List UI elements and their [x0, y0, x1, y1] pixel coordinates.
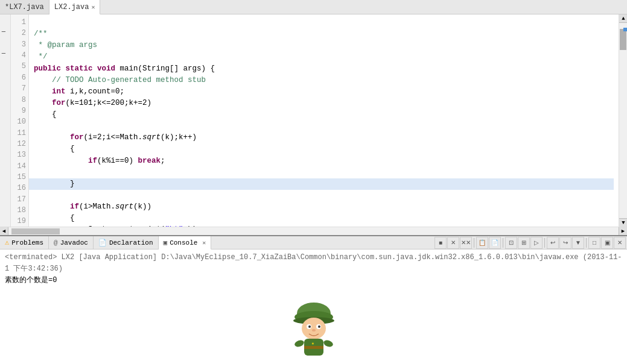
problems-label: Problems	[11, 239, 43, 246]
javadoc-label: Javadoc	[60, 239, 88, 246]
toolbar-sep-2	[503, 238, 503, 248]
remove-all-btn[interactable]: ✕✕	[460, 237, 472, 249]
scroll-marker	[623, 28, 627, 31]
left-gutter: − −	[0, 14, 11, 227]
scroll-up-btn[interactable]: ▲	[619, 14, 627, 23]
svg-text:★: ★	[311, 340, 314, 346]
scroll-down-btn[interactable]: ▼	[619, 218, 627, 227]
paste-btn[interactable]: 📄	[489, 237, 501, 249]
console-output-line: 素数的个数是=0	[5, 275, 622, 286]
maximize-btn[interactable]: □	[588, 237, 600, 249]
dropdown-btn[interactable]: ▼	[572, 237, 584, 249]
svg-point-8	[312, 329, 316, 331]
console-close-icon[interactable]: ✕	[202, 239, 206, 246]
tab-lx2-label: LX2.java	[54, 3, 89, 11]
code-editor[interactable]: /** * @param args */ public static void …	[29, 14, 619, 227]
restore-btn[interactable]: ▣	[601, 237, 613, 249]
bottom-tab-bar: ⚠ Problems @ Javadoc 📄 Declaration ▣ Con…	[0, 236, 627, 249]
toolbar-sep-4	[586, 238, 587, 248]
tab-lx2[interactable]: LX2.java ✕	[49, 0, 101, 14]
console-area[interactable]: <terminated> LX2 [Java Application] D:\J…	[0, 249, 627, 364]
scroll-right-btn[interactable]: ▶	[619, 227, 627, 236]
bottom-tab-console[interactable]: ▣ Console ✕	[159, 236, 212, 249]
tab-lx7[interactable]: *LX7.java	[0, 0, 49, 14]
editor-container: *LX7.java LX2.java ✕ − − 1 2 3 4 5 6 7	[0, 0, 627, 235]
stop-btn[interactable]: ■	[434, 237, 447, 249]
bottom-panel: ⚠ Problems @ Javadoc 📄 Declaration ▣ Con…	[0, 235, 627, 364]
tab-bar: *LX7.java LX2.java ✕	[0, 0, 627, 14]
problems-icon: ⚠	[5, 238, 9, 247]
copy-btn[interactable]: 📋	[476, 237, 488, 249]
declaration-icon: 📄	[98, 239, 107, 246]
h-scrollbar-thumb[interactable]	[11, 228, 60, 234]
javadoc-icon: @	[54, 239, 58, 246]
close-panel-btn[interactable]: ✕	[614, 237, 626, 249]
remove-btn[interactable]: ✕	[447, 237, 459, 249]
h-scrollbar[interactable]: ◀ ▶	[0, 227, 627, 235]
console-icon: ▣	[164, 239, 168, 246]
console-label: Console	[170, 239, 197, 246]
svg-point-13	[322, 339, 333, 348]
collapse-icon-2[interactable]: −	[1, 49, 6, 58]
mascot-image: ★	[278, 295, 350, 356]
right-scrollbar[interactable]: ▲ ▼	[619, 14, 627, 227]
console-content: <terminated> LX2 [Java Application] D:\J…	[0, 249, 627, 289]
toolbar-sep-3	[544, 238, 545, 248]
svg-point-12	[293, 339, 304, 348]
svg-rect-10	[304, 346, 323, 349]
tab-lx7-label: *LX7.java	[5, 3, 44, 11]
console-terminated-line: <terminated> LX2 [Java Application] D:\J…	[5, 252, 622, 275]
expand-btn[interactable]: ⊞	[518, 237, 530, 249]
declaration-label: Declaration	[109, 239, 153, 246]
console-toolbar: ■ ✕ ✕✕ 📋 📄 ⊡ ⊞ ▷ ↩ ↪ ▼ □ ▣ ✕	[434, 236, 627, 249]
bottom-tab-javadoc[interactable]: @ Javadoc	[49, 236, 94, 249]
scroll-left-btn[interactable]: ◀	[0, 227, 8, 236]
scroll-lock-btn[interactable]: ↩	[547, 237, 559, 249]
svg-point-7	[318, 325, 320, 328]
toolbar-sep-1	[474, 238, 474, 248]
tab-lx2-close[interactable]: ✕	[91, 4, 95, 11]
mascot-area: ★	[0, 289, 627, 364]
collapse-icon-1[interactable]: −	[1, 28, 6, 37]
bottom-tab-problems[interactable]: ⚠ Problems	[0, 236, 49, 249]
pin-btn[interactable]: ▷	[530, 237, 543, 249]
bottom-tab-declaration[interactable]: 📄 Declaration	[94, 236, 159, 249]
svg-point-6	[308, 325, 311, 328]
line-numbers: 1 2 3 4 5 6 7 8 9 10 11 12 13 14 15 16 1…	[11, 14, 29, 227]
grid-btn[interactable]: ⊡	[505, 237, 517, 249]
scrollbar-thumb[interactable]	[620, 29, 626, 50]
wrap-btn[interactable]: ↪	[559, 237, 571, 249]
